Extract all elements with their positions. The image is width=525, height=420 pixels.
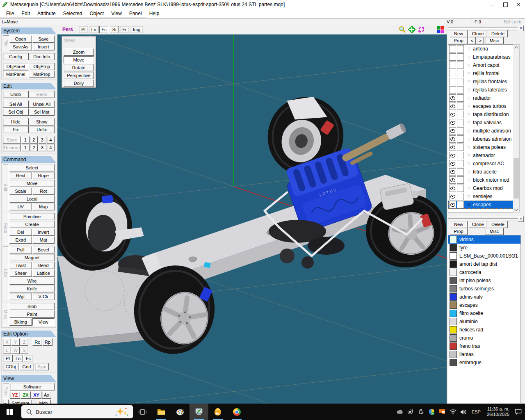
metasequoia-taskbar-button[interactable] — [189, 404, 208, 420]
material-row[interactable]: cromo — [448, 334, 520, 342]
egg-app-button[interactable] — [208, 404, 227, 420]
menu-object[interactable]: Object — [86, 11, 107, 16]
zx-view-button[interactable]: ZX — [21, 391, 31, 399]
scroll-up-icon[interactable] — [514, 45, 519, 50]
visibility-checkbox[interactable] — [449, 193, 456, 200]
viewport-canvas[interactable]: LOTUS — [57, 34, 447, 404]
lock-checkbox[interactable] — [457, 53, 464, 61]
lock-checkbox[interactable] — [457, 176, 464, 184]
popup-rotate-button[interactable]: Rotate — [64, 64, 94, 71]
select-command[interactable]: Select — [9, 164, 55, 171]
invert-command[interactable]: Invert — [32, 228, 55, 236]
rotation-center-button[interactable]: ∞ — [3, 399, 9, 404]
object-row[interactable]: ▽rejillas laterales — [448, 86, 513, 94]
visibility-checkbox[interactable] — [449, 111, 456, 118]
object-panel-close-icon[interactable]: × — [518, 25, 524, 31]
material-row[interactable]: turbos semiejes — [448, 285, 520, 293]
lock-checkbox[interactable] — [457, 103, 464, 110]
ln-toggle[interactable]: Ln — [13, 355, 23, 362]
visibility-checkbox[interactable] — [449, 53, 456, 61]
lock-checkbox[interactable] — [457, 86, 464, 94]
material-quad-icon[interactable] — [437, 26, 444, 33]
visibility-checkbox[interactable] — [449, 176, 456, 184]
menu-attribute[interactable]: Attribute — [34, 11, 59, 16]
twist-command[interactable]: Twist — [9, 262, 32, 269]
taskbar-search[interactable]: Buscar — [21, 405, 133, 418]
del-command[interactable]: Del — [9, 228, 32, 236]
onedrive-icon[interactable] — [396, 409, 403, 415]
undo-button[interactable]: Undo — [3, 91, 29, 98]
rc-toggle[interactable]: Rc — [32, 338, 42, 346]
unfix-button[interactable]: Unfix — [29, 126, 55, 133]
object-list-scrollbar[interactable] — [513, 44, 520, 212]
rect-command[interactable]: Rect — [9, 172, 32, 179]
lock-checkbox[interactable] — [457, 185, 464, 192]
copilot-sparkle-icon[interactable] — [115, 407, 129, 417]
doc-info-button[interactable]: Doc Info — [29, 53, 55, 60]
local-command[interactable]: Local — [9, 195, 55, 203]
fr-filter-button[interactable]: Fr — [120, 26, 129, 33]
sel-mat-button[interactable]: Sel Mat — [29, 108, 55, 116]
object-row[interactable]: ▽multiple admision — [448, 127, 513, 135]
object-row[interactable]: ▽antena — [448, 45, 513, 53]
object-row[interactable]: ▽sistema poleas — [448, 143, 513, 151]
visibility-checkbox[interactable] — [449, 94, 456, 102]
popup-move-button[interactable]: Move — [64, 56, 94, 64]
lock-checkbox[interactable] — [457, 152, 464, 159]
lock-checkbox[interactable] — [457, 135, 464, 143]
object-row[interactable]: ▽rejilla frontal — [448, 69, 513, 78]
object-row[interactable]: ▽filtro aceite — [448, 168, 513, 176]
visibility-checkbox[interactable] — [449, 70, 456, 77]
cobj-toggle[interactable]: CObj — [3, 363, 18, 370]
menu-selected[interactable]: Selected — [59, 11, 86, 16]
rope-command[interactable]: Rope — [32, 172, 55, 179]
restore-slot-3[interactable]: 3 — [38, 144, 46, 151]
objpanel-toggle[interactable]: ObjPanel — [3, 63, 29, 70]
uv-command[interactable]: UV — [9, 203, 32, 210]
object-new-button[interactable]: New — [450, 30, 468, 37]
saveas-button[interactable]: SaveAs — [9, 43, 32, 50]
material-row[interactable]: helices rad — [448, 326, 520, 334]
visibility-checkbox[interactable] — [449, 152, 456, 159]
view-command[interactable]: View — [32, 318, 55, 326]
object-row[interactable]: ▽Limpiaparabrisas — [448, 53, 513, 61]
taskbar-clock[interactable]: 11:36 a. m. 26/10/2025 — [485, 406, 511, 417]
msh-toggle[interactable]: Msh — [36, 399, 51, 404]
object-row[interactable]: ▽semiejes — [448, 192, 513, 201]
shear-command[interactable]: Shear — [9, 269, 32, 277]
task-view-button[interactable] — [133, 404, 152, 420]
language-indicator[interactable]: ESP — [471, 409, 482, 414]
material-row[interactable]: embrague — [448, 358, 520, 367]
store-slot-3[interactable]: 3 — [38, 136, 46, 144]
material-row[interactable]: amort del tap dist — [448, 260, 520, 268]
visibility-checkbox[interactable] — [449, 144, 456, 151]
primitive-command[interactable]: Primitive — [9, 213, 55, 220]
popup-dolly-button[interactable]: Dolly — [64, 80, 94, 87]
screen-s-toggle[interactable]: S — [20, 347, 28, 354]
visibility-checkbox[interactable] — [449, 103, 456, 110]
material-row[interactable]: int piso poleas — [448, 276, 520, 285]
software-render-button-2[interactable]: Software — [9, 399, 32, 404]
sel-obj-button[interactable]: Sel Obj — [3, 108, 29, 116]
material-new-button[interactable]: New — [450, 221, 468, 228]
sym-toggle[interactable]: Sym — [35, 363, 49, 370]
store-button[interactable]: Store — [3, 136, 21, 144]
material-row-selected[interactable]: vidrios — [448, 235, 520, 244]
restore-slot-2[interactable]: 2 — [30, 144, 38, 151]
material-row[interactable]: filtro aceite — [448, 309, 520, 317]
lock-checkbox[interactable] — [457, 127, 464, 135]
store-slot-2[interactable]: 2 — [30, 136, 38, 144]
visibility-checkbox[interactable] — [449, 86, 456, 94]
material-row[interactable]: tyre — [448, 244, 520, 252]
object-row[interactable]: ▽tapa valvulas — [448, 119, 513, 127]
object-row[interactable]: ▽escapes turbos — [448, 102, 513, 110]
file-explorer-button[interactable] — [152, 404, 171, 420]
material-panel-grip[interactable] — [448, 216, 518, 219]
close-button[interactable]: ✕ — [512, 0, 525, 9]
scale-command[interactable]: Scale — [9, 187, 32, 195]
lock-checkbox[interactable] — [457, 144, 464, 151]
unsel-all-button[interactable]: Unsel All — [29, 100, 55, 108]
move-command[interactable]: Move — [9, 180, 55, 187]
scroll-down-icon[interactable] — [514, 207, 519, 212]
object-clone-button[interactable]: Clone — [468, 30, 487, 37]
